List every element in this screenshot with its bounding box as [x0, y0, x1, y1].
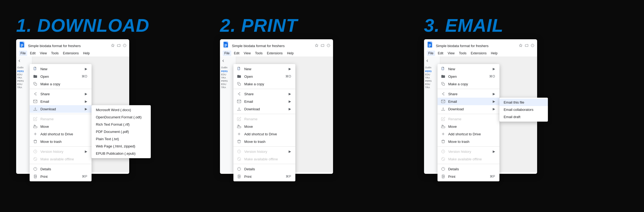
- menu-item-details[interactable]: Details: [30, 165, 92, 173]
- menu-item-extensions[interactable]: Extensions: [61, 51, 80, 56]
- menu-item-edit[interactable]: Edit: [232, 51, 241, 56]
- info-icon[interactable]: [123, 44, 127, 48]
- download-option-1[interactable]: OpenDocument Format (.odt): [92, 114, 151, 121]
- menu-item-version-history[interactable]: Version history▶: [233, 148, 295, 155]
- download-option-0[interactable]: Microsoft Word (.docx): [92, 106, 151, 114]
- menu-item-share[interactable]: Share▶: [233, 90, 295, 98]
- menu-item-version-history[interactable]: Version history▶: [30, 148, 92, 155]
- star-icon[interactable]: [111, 44, 115, 48]
- menu-item-add-shortcut-to-drive[interactable]: Add shortcut to Drive: [30, 130, 92, 138]
- svg-rect-43: [443, 83, 444, 85]
- menu-item-email[interactable]: Email▶: [233, 98, 295, 105]
- submenu-arrow-icon: ▶: [289, 107, 291, 111]
- menu-item-make-a-copy[interactable]: Make a copy: [233, 80, 295, 88]
- menu-item-rename[interactable]: Rename: [438, 115, 499, 123]
- menu-item-file[interactable]: File: [427, 51, 435, 56]
- menu-item-edit[interactable]: Edit: [436, 51, 445, 56]
- menu-item-view[interactable]: View: [242, 51, 252, 56]
- menu-item-version-history[interactable]: Version history▶: [438, 148, 499, 155]
- menu-item-help[interactable]: Help: [489, 51, 499, 56]
- menu-item-move[interactable]: Move: [233, 123, 295, 130]
- back-button[interactable]: [221, 59, 235, 64]
- menu-item-tools[interactable]: Tools: [50, 51, 60, 56]
- email-option-0[interactable]: Email this file: [499, 99, 548, 106]
- doc-title: Simple biodata format for freshers: [436, 44, 517, 48]
- menu-item-move-to-trash[interactable]: Move to trash: [438, 138, 499, 145]
- svg-point-44: [442, 94, 443, 94]
- download-option-5[interactable]: Web Page (.html, zipped): [92, 143, 151, 150]
- menu-item-move-to-trash[interactable]: Move to trash: [30, 138, 92, 145]
- menu-item-details[interactable]: Details: [438, 165, 499, 173]
- folder2-icon[interactable]: [117, 44, 121, 48]
- back-button[interactable]: [17, 59, 31, 64]
- menu-divider: [30, 89, 92, 89]
- menu-item-extensions[interactable]: Extensions: [265, 51, 284, 56]
- download-option-3[interactable]: PDF Document (.pdf): [92, 128, 151, 135]
- menu-divider: [438, 114, 499, 114]
- menu-item-print[interactable]: Print⌘P: [30, 173, 92, 180]
- offline-icon: [33, 157, 38, 161]
- menu-item-print[interactable]: Print⌘P: [233, 173, 295, 180]
- menu-item-details[interactable]: Details: [233, 165, 295, 173]
- download-option-2[interactable]: Rich Text Format (.rtf): [92, 121, 151, 128]
- docs-window-email: Simple biodata format for freshers FileE…: [424, 39, 537, 174]
- menu-item-open[interactable]: Open⌘O: [438, 73, 499, 80]
- menu-item-help[interactable]: Help: [82, 51, 92, 56]
- menu-item-move[interactable]: Move: [438, 123, 499, 130]
- menu-item-open[interactable]: Open⌘O: [30, 73, 92, 80]
- menu-item-add-shortcut-to-drive[interactable]: Add shortcut to Drive: [438, 130, 499, 138]
- menu-item-new[interactable]: New▶: [438, 65, 499, 73]
- menu-item-label: Email: [244, 100, 286, 104]
- email-option-2[interactable]: Email draft: [499, 113, 548, 121]
- shortcut-icon: [33, 132, 38, 136]
- menu-item-tools[interactable]: Tools: [253, 51, 264, 56]
- svg-rect-48: [441, 126, 445, 128]
- menu-item-label: New: [448, 67, 490, 71]
- menu-item-make-a-copy[interactable]: Make a copy: [30, 80, 92, 88]
- menu-item-share[interactable]: Share▶: [438, 90, 499, 98]
- info-icon[interactable]: [327, 44, 330, 48]
- folder2-icon[interactable]: [321, 44, 324, 48]
- menu-item-make-available-offline[interactable]: Make available offline: [30, 155, 92, 163]
- sidebar-item-2: PERS: [425, 80, 439, 82]
- download-option-4[interactable]: Plain Text (.txt): [92, 135, 151, 143]
- back-button[interactable]: [425, 59, 439, 64]
- star-icon[interactable]: [519, 44, 523, 48]
- menu-item-rename[interactable]: Rename: [233, 115, 295, 123]
- menu-item-new[interactable]: New▶: [233, 65, 295, 73]
- menu-item-email[interactable]: Email▶: [30, 98, 92, 105]
- menu-item-move-to-trash[interactable]: Move to trash: [233, 138, 295, 145]
- menu-item-view[interactable]: View: [446, 51, 456, 56]
- folder2-icon[interactable]: [525, 44, 528, 48]
- menu-item-download[interactable]: Download▶Microsoft Word (.docx)OpenDocum…: [30, 105, 92, 113]
- menu-item-rename[interactable]: Rename: [30, 115, 92, 123]
- title-action-icons: [519, 44, 534, 48]
- download-option-6[interactable]: EPUB Publication (.epub): [92, 150, 151, 157]
- menu-item-extensions[interactable]: Extensions: [469, 51, 488, 56]
- menu-item-help[interactable]: Help: [285, 51, 295, 56]
- star-icon[interactable]: [315, 44, 318, 48]
- menu-item-add-shortcut-to-drive[interactable]: Add shortcut to Drive: [233, 130, 295, 138]
- menu-item-tools[interactable]: Tools: [457, 51, 468, 56]
- menu-item-file[interactable]: File: [223, 51, 231, 56]
- menu-item-file[interactable]: File: [19, 51, 27, 56]
- menu-item-make-a-copy[interactable]: Make a copy: [438, 80, 499, 88]
- menu-item-label: Download: [40, 107, 82, 111]
- info-icon[interactable]: [531, 44, 534, 48]
- menu-item-label: Rename: [40, 117, 87, 121]
- menu-item-download[interactable]: Download▶: [233, 105, 295, 113]
- email-option-1[interactable]: Email collaborators: [499, 106, 548, 113]
- menu-item-download[interactable]: Download▶: [438, 105, 499, 113]
- menu-item-open[interactable]: Open⌘O: [233, 73, 295, 80]
- menu-item-print[interactable]: Print⌘P: [438, 173, 499, 180]
- menu-item-new[interactable]: New▶: [30, 65, 92, 73]
- menu-item-make-available-offline[interactable]: Make available offline: [438, 155, 499, 163]
- section-title-email: 3. EMAIL: [424, 16, 503, 34]
- menu-item-email[interactable]: Email▶Email this fileEmail collaborators…: [438, 98, 499, 105]
- menu-item-edit[interactable]: Edit: [28, 51, 37, 56]
- menu-item-view[interactable]: View: [38, 51, 48, 56]
- menu-item-make-available-offline[interactable]: Make available offline: [233, 155, 295, 163]
- menu-item-share[interactable]: Share▶: [30, 90, 92, 98]
- menu-item-label: Share: [40, 92, 82, 96]
- menu-item-move[interactable]: Move: [30, 123, 92, 130]
